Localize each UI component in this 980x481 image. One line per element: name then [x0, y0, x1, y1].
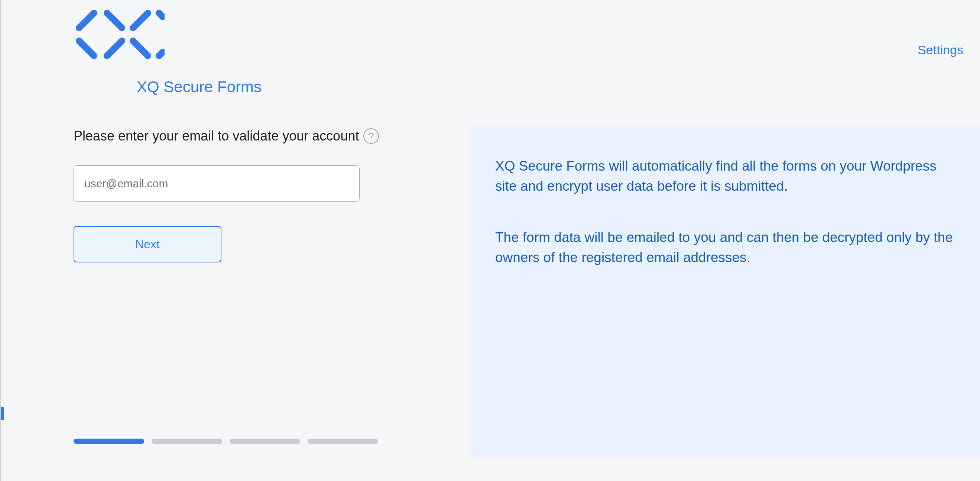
email-input[interactable] — [73, 166, 360, 202]
progress-step-2 — [151, 439, 222, 444]
prompt-row: Please enter your email to validate your… — [73, 128, 379, 144]
progress-step-3 — [229, 439, 300, 444]
page-container: Settings XQ Secure Forms Please enter yo… — [1, 0, 980, 481]
info-panel: XQ Secure Forms will automatically find … — [471, 126, 980, 457]
settings-link[interactable]: Settings — [918, 43, 963, 57]
prompt-text: Please enter your email to validate your… — [73, 128, 359, 144]
svg-line-0 — [79, 13, 94, 28]
left-edge-accent — [1, 407, 4, 420]
svg-line-2 — [133, 13, 148, 28]
svg-line-1 — [107, 13, 122, 28]
svg-line-6 — [133, 41, 148, 56]
progress-step-4 — [308, 439, 378, 444]
page-title: XQ Secure Forms — [137, 78, 261, 96]
info-paragraph-2: The form data will be emailed to you and… — [495, 228, 956, 267]
svg-line-4 — [79, 41, 94, 56]
help-icon[interactable]: ? — [363, 128, 379, 144]
xq-logo — [72, 6, 165, 65]
svg-line-7 — [159, 52, 163, 56]
info-paragraph-1: XQ Secure Forms will automatically find … — [495, 156, 956, 196]
svg-line-5 — [107, 41, 122, 56]
svg-line-3 — [159, 13, 163, 17]
next-button[interactable]: Next — [73, 226, 221, 263]
progress-step-1 — [73, 439, 144, 444]
progress-bar — [73, 439, 378, 444]
